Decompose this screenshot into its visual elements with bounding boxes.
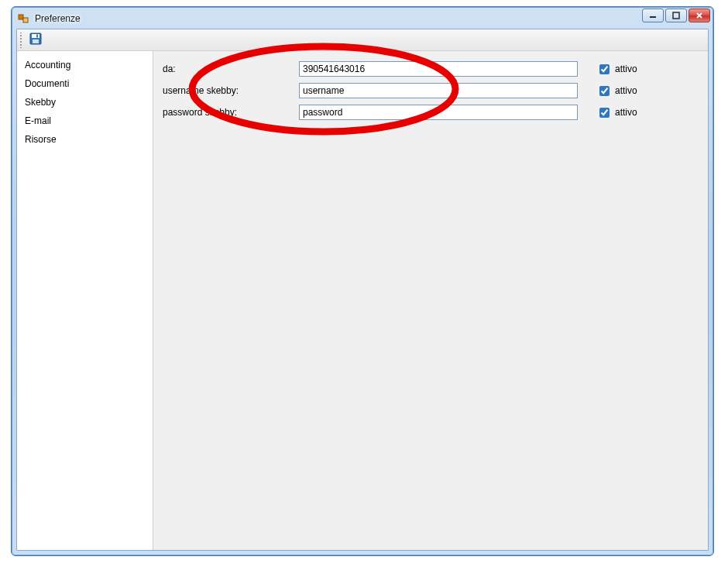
- form-row-password: password skebby: attivo: [163, 102, 699, 122]
- sidebar-item-label: Risorse: [25, 134, 57, 145]
- window-title: Preferenze: [35, 13, 81, 24]
- sidebar: Accounting Documenti Skebby E-mail Risor…: [17, 51, 153, 550]
- active-label: attivo: [615, 107, 637, 118]
- svg-rect-7: [32, 34, 39, 38]
- sidebar-item-accounting[interactable]: Accounting: [17, 56, 153, 74]
- toolbar: [17, 29, 708, 51]
- sidebar-item-email[interactable]: E-mail: [17, 112, 153, 130]
- active-checkbox-da[interactable]: [599, 64, 610, 74]
- titlebar[interactable]: Preferenze: [16, 12, 709, 29]
- minimize-button[interactable]: [642, 9, 664, 22]
- label-username: username skebby:: [163, 85, 299, 96]
- active-checkbox-wrap[interactable]: attivo: [596, 62, 637, 77]
- label-password: password skebby:: [163, 107, 299, 118]
- save-button[interactable]: [26, 31, 45, 50]
- active-label: attivo: [615, 64, 637, 74]
- svg-rect-9: [36, 35, 38, 38]
- active-checkbox-username[interactable]: [599, 86, 610, 96]
- close-button[interactable]: [689, 9, 710, 22]
- input-da[interactable]: [299, 61, 578, 77]
- window-frame: Preferenze: [11, 6, 714, 556]
- form-row-username: username skebby: attivo: [163, 81, 699, 101]
- sidebar-item-documenti[interactable]: Documenti: [17, 74, 153, 93]
- active-checkbox-wrap[interactable]: attivo: [596, 105, 637, 120]
- save-icon: [29, 33, 42, 47]
- client-area: Accounting Documenti Skebby E-mail Risor…: [16, 29, 709, 551]
- input-password[interactable]: [299, 105, 578, 120]
- body: Accounting Documenti Skebby E-mail Risor…: [17, 51, 708, 550]
- sidebar-item-label: Documenti: [25, 78, 69, 89]
- content-pane: da: attivo username skebby: attivo: [153, 51, 708, 550]
- sidebar-item-label: E-mail: [25, 115, 51, 126]
- sidebar-item-label: Skebby: [25, 97, 56, 108]
- label-da: da:: [163, 64, 299, 74]
- sidebar-item-skebby[interactable]: Skebby: [17, 93, 153, 112]
- sidebar-item-label: Accounting: [25, 60, 70, 70]
- app-icon: [18, 12, 30, 25]
- svg-rect-1: [23, 18, 28, 22]
- window-controls: [642, 9, 710, 22]
- svg-rect-3: [673, 12, 679, 19]
- form-row-da: da: attivo: [163, 59, 699, 79]
- active-checkbox-password[interactable]: [599, 108, 610, 118]
- svg-rect-8: [33, 40, 39, 43]
- sidebar-item-risorse[interactable]: Risorse: [17, 130, 153, 149]
- toolbar-grip: [19, 33, 23, 48]
- maximize-button[interactable]: [665, 9, 687, 22]
- svg-rect-2: [650, 16, 656, 18]
- active-checkbox-wrap[interactable]: attivo: [596, 84, 637, 98]
- input-username[interactable]: [299, 83, 578, 98]
- active-label: attivo: [615, 85, 637, 96]
- svg-rect-0: [19, 15, 23, 19]
